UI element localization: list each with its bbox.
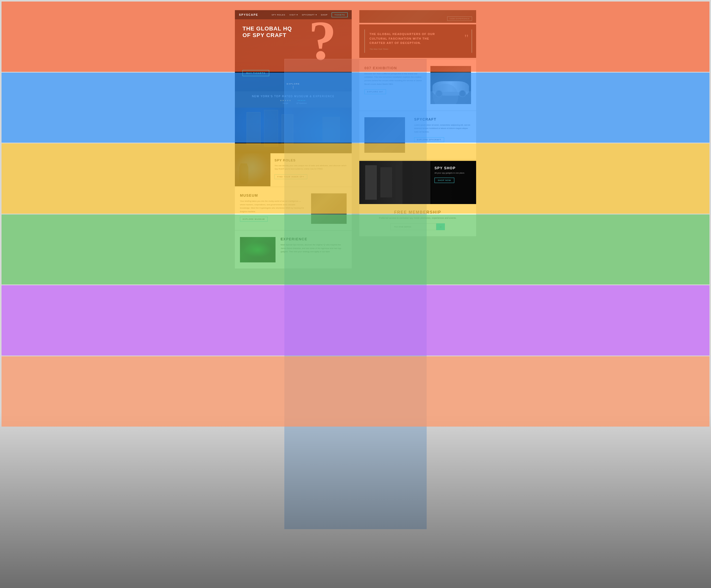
shop-now-button[interactable]: SHOP NOW bbox=[434, 178, 454, 183]
nav-spycraft[interactable]: SPYCRAFT ▾ bbox=[302, 14, 317, 16]
spy-shop-section: SPY SHOP All your spy gadgets in one pla… bbox=[359, 161, 476, 204]
hero-explore: EXPLORE bbox=[287, 83, 300, 89]
nav-links: SPY ROLES VISIT ▾ SPYCRAFT ▾ SHOP bbox=[272, 14, 328, 16]
site-logo: SPYSCAPE bbox=[239, 13, 258, 16]
nav-shop[interactable]: SHOP bbox=[321, 14, 328, 16]
hero-title: THE GLOBAL HQOF SPY CRAFT bbox=[242, 25, 292, 39]
spy-shop-title: SPY SHOP bbox=[434, 166, 472, 170]
spycraft-image bbox=[364, 117, 405, 153]
nav-visit[interactable]: VISIT ▾ bbox=[289, 14, 298, 16]
navigation: SPYSCAPE SPY ROLES VISIT ▾ SPYCRAFT ▾ SH… bbox=[235, 10, 352, 19]
spy-shop-body: All your spy gadgets in one place. bbox=[434, 172, 472, 175]
spycraft-img-bg bbox=[364, 117, 405, 153]
right-panel: VIEW EXPERIENCE THE GLOBAL HEADQUARTERS … bbox=[359, 10, 476, 236]
buy-tickets-button[interactable]: BUY TICKETS bbox=[242, 70, 269, 76]
spy-shop-overlay: SPY SHOP All your spy gadgets in one pla… bbox=[430, 161, 476, 204]
nav-spy-roles[interactable]: SPY ROLES bbox=[272, 14, 285, 16]
spycraft-section: SPYCRAFT Lorem ipsum dolor sit amet, con… bbox=[359, 111, 476, 159]
nav-tickets-button[interactable]: TICKETS bbox=[332, 13, 348, 17]
